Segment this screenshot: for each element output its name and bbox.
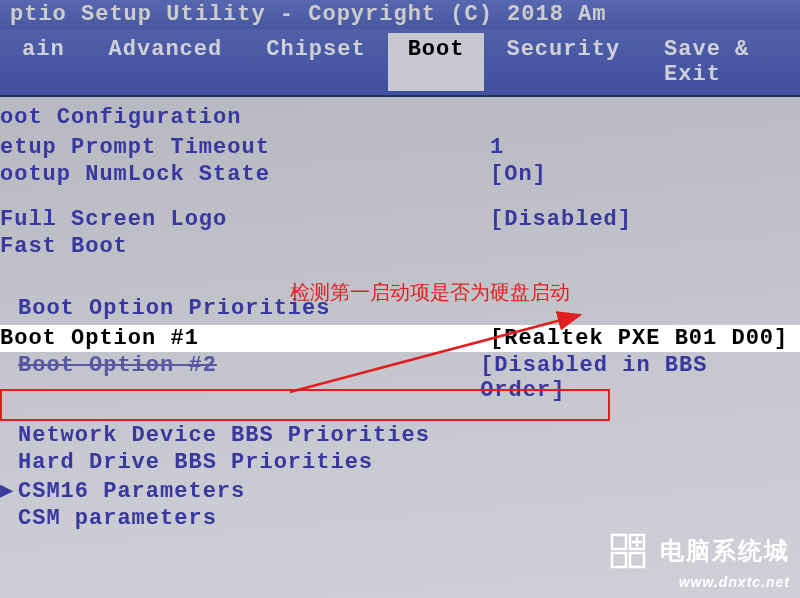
annotation-text: 检测第一启动项是否为硬盘启动 (290, 279, 570, 306)
bios-title-bar: ptio Setup Utility - Copyright (C) 2018 … (0, 0, 800, 29)
csm-label: CSM parameters (0, 506, 490, 531)
watermark: 电脑系统城 www.dnxtc.net (610, 533, 790, 590)
content-area: oot Configuration etup Prompt Timeout 1 … (0, 97, 800, 598)
hard-drive-bbs-label: Hard Drive BBS Priorities (0, 450, 490, 475)
boot-option-1-label: Boot Option #1 (0, 326, 490, 351)
fast-boot-label: Fast Boot (0, 234, 490, 259)
fullscreen-logo-row[interactable]: Full Screen Logo [Disabled] (0, 206, 800, 233)
fullscreen-logo-value: [Disabled] (490, 207, 632, 232)
watermark-title: 电脑系统城 (660, 537, 790, 564)
boot-config-title: oot Configuration (0, 105, 800, 130)
fast-boot-row[interactable]: Fast Boot (0, 233, 800, 260)
numlock-label: ootup NumLock State (0, 162, 490, 187)
menu-bar: ain Advanced Chipset Boot Security Save … (0, 29, 800, 97)
setup-prompt-value: 1 (490, 135, 504, 160)
network-bbs-row[interactable]: Network Device BBS Priorities (0, 422, 800, 449)
csm-row[interactable]: CSM parameters (0, 505, 800, 532)
triangle-icon: ▶ (0, 477, 18, 504)
boot-option-2-value: [Disabled in BBS Order] (480, 353, 800, 403)
bios-title: ptio Setup Utility - Copyright (C) 2018 … (10, 2, 607, 27)
csm16-label: ▶CSM16 Parameters (0, 477, 490, 504)
svg-rect-2 (612, 535, 626, 549)
boot-option-1-value: [Realtek PXE B01 D00] (490, 326, 788, 351)
setup-prompt-label: etup Prompt Timeout (0, 135, 490, 160)
svg-rect-4 (612, 553, 626, 567)
tab-advanced[interactable]: Advanced (87, 33, 245, 91)
tab-chipset[interactable]: Chipset (244, 33, 387, 91)
csm16-row[interactable]: ▶CSM16 Parameters (0, 476, 800, 505)
fullscreen-logo-label: Full Screen Logo (0, 207, 490, 232)
numlock-value: [On] (490, 162, 547, 187)
boot-option-1-row[interactable]: Boot Option #1 [Realtek PXE B01 D00] (0, 325, 800, 352)
hard-drive-bbs-row[interactable]: Hard Drive BBS Priorities (0, 449, 800, 476)
tab-security[interactable]: Security (484, 33, 642, 91)
network-bbs-label: Network Device BBS Priorities (0, 423, 490, 448)
numlock-row[interactable]: ootup NumLock State [On] (0, 161, 800, 188)
tab-boot[interactable]: Boot (388, 33, 485, 91)
bios-screen: ptio Setup Utility - Copyright (C) 2018 … (0, 0, 800, 598)
watermark-logo-icon (610, 533, 646, 574)
watermark-url: www.dnxtc.net (610, 574, 790, 590)
setup-prompt-row[interactable]: etup Prompt Timeout 1 (0, 134, 800, 161)
boot-option-2-row[interactable]: Boot Option #2 [Disabled in BBS Order] (0, 352, 800, 404)
boot-option-2-label: Boot Option #2 (0, 353, 480, 403)
tab-save-exit[interactable]: Save & Exit (642, 33, 800, 91)
svg-rect-5 (630, 553, 644, 567)
tab-main[interactable]: ain (0, 33, 87, 91)
